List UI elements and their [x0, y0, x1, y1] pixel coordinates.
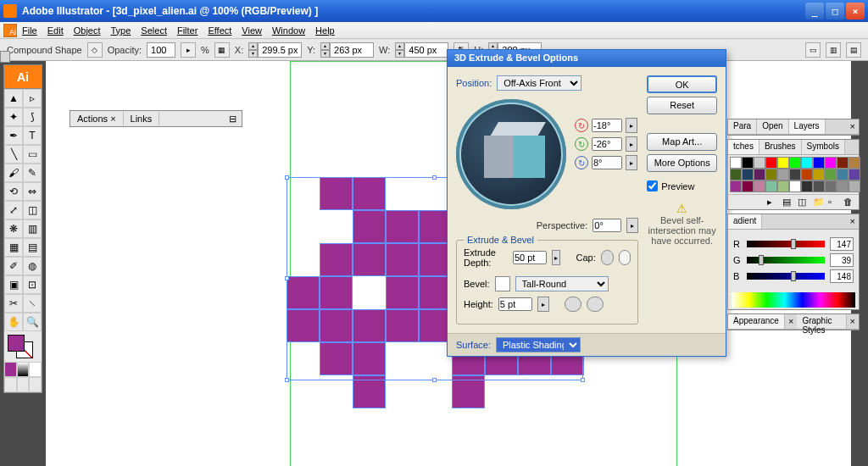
scissors-tool[interactable]: ⟍: [23, 294, 42, 313]
swatch-color[interactable]: [730, 157, 742, 169]
swatch-color[interactable]: [742, 180, 754, 192]
fill-stroke-swatch[interactable]: [4, 331, 42, 362]
layers-tab[interactable]: Layers: [789, 119, 826, 134]
rotate-x-step[interactable]: ▸: [626, 118, 637, 133]
handle-bc[interactable]: [432, 378, 437, 382]
color-spectrum[interactable]: [732, 292, 855, 308]
gradient-tool[interactable]: ▤: [23, 238, 42, 257]
rotate-y-input[interactable]: [592, 137, 622, 151]
rotate-z-step[interactable]: ▸: [626, 155, 637, 170]
screen-mode-full-menu[interactable]: [17, 377, 30, 392]
swatch-color[interactable]: [777, 157, 789, 169]
swatches-tab[interactable]: tches: [728, 140, 760, 154]
perspective-step[interactable]: ▸: [626, 218, 638, 233]
dialog-title[interactable]: 3D Extrude & Bevel Options: [448, 50, 726, 67]
g-value[interactable]: [830, 253, 854, 267]
gradient-mode-icon[interactable]: [17, 362, 30, 377]
w-up[interactable]: ▴: [395, 42, 404, 50]
x-input[interactable]: [258, 42, 302, 58]
swatch-color[interactable]: [742, 169, 754, 180]
perspective-input[interactable]: [593, 219, 621, 232]
links-tab[interactable]: Links: [124, 112, 160, 125]
graphic-styles-tab[interactable]: Graphic Styles: [797, 314, 846, 329]
panel-opt-3[interactable]: ▤: [846, 42, 861, 58]
rotate-x-input[interactable]: [592, 119, 622, 132]
graphic-close[interactable]: ×: [847, 314, 859, 329]
rotate-z-input[interactable]: [592, 156, 622, 169]
map-art-button[interactable]: Map Art...: [647, 133, 717, 151]
blend-tool[interactable]: ◍: [23, 257, 42, 275]
appearance-tab[interactable]: Appearance: [728, 314, 785, 329]
swatch-color[interactable]: [754, 169, 765, 180]
paintbrush-tool[interactable]: 🖌: [4, 164, 23, 182]
actions-links-panel[interactable]: Actions Links ⊟: [70, 110, 242, 127]
extrude-depth-step[interactable]: ▸: [552, 250, 561, 265]
collapse-handle-left[interactable]: [0, 51, 10, 63]
menu-object[interactable]: Object: [69, 24, 106, 37]
position-select[interactable]: Off-Axis Front: [497, 75, 581, 91]
cap-off-button[interactable]: [619, 250, 632, 265]
b-value[interactable]: [830, 269, 854, 283]
swatch-color[interactable]: [813, 157, 825, 169]
swatch-color[interactable]: [849, 157, 860, 169]
layers-panel[interactable]: ParaOpenLayers×: [727, 119, 860, 136]
x-down[interactable]: ▾: [248, 50, 258, 58]
magic-wand-tool[interactable]: ✦: [4, 108, 23, 126]
r-value[interactable]: [830, 237, 854, 251]
ok-button[interactable]: OK: [647, 75, 717, 93]
cap-on-button[interactable]: [601, 250, 614, 265]
bevel-out-button[interactable]: [587, 297, 604, 312]
color-panel-close[interactable]: ×: [847, 214, 859, 229]
swatches-grid[interactable]: [728, 155, 859, 194]
rotate-tool[interactable]: ⟲: [4, 182, 23, 201]
panel-opt-2[interactable]: ▥: [826, 42, 841, 58]
brushes-tab[interactable]: Brushes: [760, 140, 802, 154]
menu-filter[interactable]: Filter: [172, 24, 203, 37]
g-slider[interactable]: [747, 257, 825, 264]
x-up[interactable]: ▴: [248, 42, 258, 50]
preview-checkbox-row[interactable]: Preview: [647, 180, 717, 191]
menu-view[interactable]: View: [236, 24, 267, 37]
symbols-tab[interactable]: Symbols: [802, 140, 845, 154]
swatch-color[interactable]: [765, 157, 777, 169]
rectangle-tool[interactable]: ▭: [23, 145, 42, 164]
swatch-kind-icon[interactable]: ▤: [782, 197, 796, 208]
scale-tool[interactable]: ⤢: [4, 201, 23, 219]
live-paint-tool[interactable]: ▣: [4, 275, 23, 294]
swatch-color[interactable]: [730, 169, 742, 180]
eyedropper-tool[interactable]: ✐: [4, 257, 23, 275]
selection-tool[interactable]: ▲: [4, 89, 23, 108]
slice-tool[interactable]: ✂: [4, 294, 23, 313]
graph-tool[interactable]: ▥: [23, 219, 42, 238]
handle-bl[interactable]: [285, 378, 289, 382]
swatch-color[interactable]: [801, 157, 813, 169]
rotation-preview[interactable]: [456, 99, 566, 209]
type-tool[interactable]: T: [23, 126, 42, 145]
menu-window[interactable]: Window: [267, 24, 310, 37]
y-up[interactable]: ▴: [320, 42, 330, 50]
appearance-panel[interactable]: Appearance×Graphic Styles×: [727, 313, 860, 330]
registration-point-icon[interactable]: ▦: [214, 42, 230, 58]
w-down[interactable]: ▾: [395, 50, 404, 58]
bevel-in-button[interactable]: [565, 297, 581, 312]
actions-tab[interactable]: Actions: [70, 112, 124, 125]
new-swatch-icon[interactable]: ▫: [828, 197, 842, 208]
gradient-tab[interactable]: adient: [728, 214, 762, 229]
reset-button[interactable]: Reset: [647, 97, 717, 114]
swatch-color[interactable]: [801, 180, 813, 192]
handle-ml[interactable]: [285, 276, 289, 280]
swatch-libraries-icon[interactable]: ▸: [767, 197, 781, 208]
swatch-color[interactable]: [777, 180, 789, 192]
opacity-input[interactable]: [147, 42, 175, 58]
extrude-depth-input[interactable]: [513, 251, 547, 264]
swatch-color[interactable]: [813, 180, 825, 192]
screen-mode-normal[interactable]: [4, 377, 17, 392]
swatch-color[interactable]: [825, 180, 837, 192]
swatch-color[interactable]: [813, 169, 825, 180]
swatch-color[interactable]: [789, 169, 801, 180]
color-panel[interactable]: adient× R G B: [727, 214, 860, 310]
bevel-height-input[interactable]: [498, 297, 532, 311]
r-slider[interactable]: [747, 241, 825, 247]
handle-tl[interactable]: [285, 175, 289, 180]
swatch-color[interactable]: [765, 180, 777, 192]
